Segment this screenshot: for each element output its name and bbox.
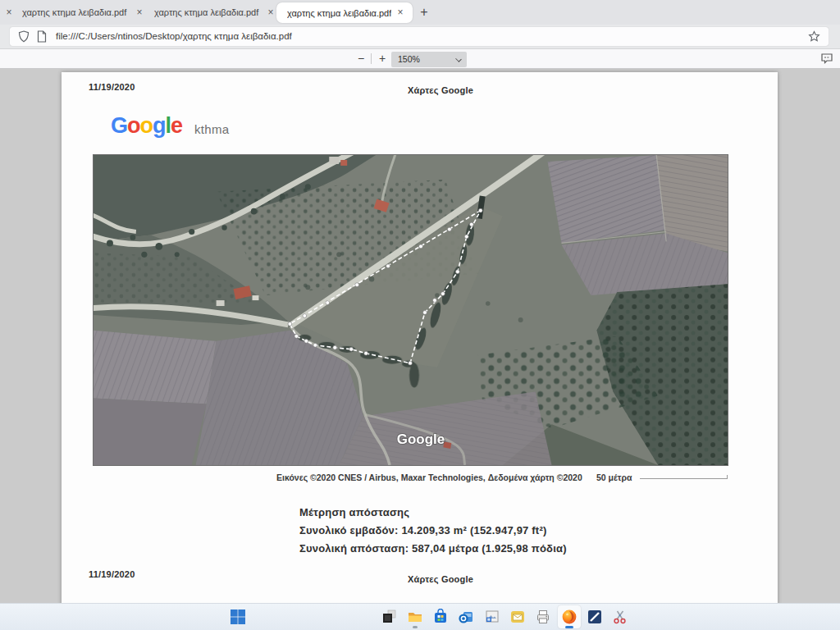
map-scale-bar	[640, 474, 728, 479]
map-scale-label: 50 μέτρα	[596, 472, 632, 482]
zoom-out-button[interactable]: −	[353, 49, 369, 68]
satellite-map-image: Google	[93, 154, 728, 466]
logo-letter: G	[111, 113, 127, 138]
windows-logo-icon	[230, 609, 246, 625]
active-indicator	[565, 626, 573, 628]
mail-app-icon	[509, 609, 526, 625]
dark-square-app-icon	[381, 609, 398, 625]
screen: × χαρτης κτημα λειβαδια.pdf × χαρτης κτη…	[0, 0, 840, 630]
tab-strip: × χαρτης κτημα λειβαδια.pdf × χαρτης κτη…	[0, 0, 840, 25]
firefox-icon	[561, 609, 578, 625]
zoom-level-value: 150%	[398, 52, 420, 67]
running-indicator	[413, 626, 418, 628]
tab-label: χαρτης κτημα λειβαδια.pdf	[287, 1, 391, 25]
snipping-tool-button[interactable]	[609, 605, 632, 628]
navigation-bar: file:///C:/Users/ntinos/Desktop/χαρτης κ…	[0, 25, 840, 49]
dark-square-app-button[interactable]	[378, 605, 401, 628]
tab-1[interactable]: χαρτης κτημα λειβαδια.pdf	[22, 0, 130, 25]
microsoft-store-button[interactable]	[429, 605, 452, 628]
start-button[interactable]	[226, 605, 249, 628]
bookmark-star-icon[interactable]	[808, 30, 820, 46]
taskbar	[0, 603, 840, 630]
close-icon[interactable]: ×	[3, 7, 15, 18]
photo-viewer-icon	[484, 609, 500, 625]
shield-icon[interactable]	[18, 30, 30, 46]
measurement-title: Μέτρηση απόστασης	[299, 504, 567, 522]
store-bag-icon	[432, 609, 449, 625]
url-field[interactable]: file:///C:/Users/ntinos/Desktop/χαρτης κ…	[10, 27, 829, 46]
new-tab-button[interactable]: +	[415, 3, 433, 21]
navy-diagonal-app-icon	[587, 609, 603, 625]
close-icon[interactable]: ×	[395, 7, 406, 18]
pdf-viewer-area[interactable]: 11/19/2020 Χάρτες Google Google kthma	[0, 69, 840, 603]
map-watermark: Google	[397, 431, 445, 447]
navy-diagonal-app-button[interactable]	[583, 605, 606, 628]
search-query-text: kthma	[194, 122, 229, 136]
header-date: 11/19/2020	[89, 82, 135, 92]
header-title: Χάρτες Google	[408, 85, 473, 95]
zoom-in-button[interactable]: +	[374, 49, 390, 68]
tab-3-active[interactable]: χαρτης κτημα λειβαδια.pdf ×	[276, 2, 413, 23]
mail-app-button[interactable]	[506, 605, 529, 628]
printer-icon	[535, 609, 551, 625]
measurement-area: Συνολικό εμβαδόν: 14.209,33 m² (152.947,…	[299, 522, 567, 540]
close-icon[interactable]: ×	[265, 7, 276, 18]
logo-letter: e	[171, 113, 182, 138]
firefox-button[interactable]	[558, 605, 581, 628]
tab-2[interactable]: χαρτης κτημα λειβαδια.pdf	[154, 0, 262, 25]
document-icon	[37, 30, 47, 46]
logo-letter: o	[127, 113, 140, 138]
map-attribution: Εικόνες ©2020 CNES / Airbus, Maxar Techn…	[276, 472, 582, 482]
zoom-level-select[interactable]: 150%	[391, 52, 467, 67]
logo-letter: o	[140, 113, 153, 138]
outlook-button[interactable]	[454, 605, 477, 628]
pdf-toolbar: − + 150%	[0, 49, 840, 69]
logo-letter: g	[153, 113, 166, 138]
measurement-block: Μέτρηση απόστασης Συνολικό εμβαδόν: 14.2…	[299, 504, 567, 558]
toolbar-separator	[371, 53, 372, 64]
printer-app-button[interactable]	[532, 605, 555, 628]
footer-date: 11/19/2020	[89, 569, 135, 579]
scissors-icon	[612, 609, 628, 625]
chevron-down-icon	[455, 56, 462, 62]
url-text[interactable]: file:///C:/Users/ntinos/Desktop/χαρτης κ…	[56, 27, 292, 46]
google-logo: Google	[111, 113, 182, 139]
feedback-bubble-icon[interactable]	[820, 52, 833, 68]
measurement-distance: Συνολική απόσταση: 587,04 μέτρα (1.925,9…	[299, 540, 567, 558]
close-icon[interactable]: ×	[134, 7, 145, 18]
outlook-icon	[458, 609, 474, 625]
footer-title: Χάρτες Google	[408, 574, 473, 584]
file-explorer-button[interactable]	[404, 605, 427, 628]
satellite-map-graphic: Google	[94, 155, 728, 465]
photo-viewer-button[interactable]	[481, 605, 504, 628]
folder-icon	[407, 609, 423, 625]
pdf-page: 11/19/2020 Χάρτες Google Google kthma	[62, 72, 778, 603]
